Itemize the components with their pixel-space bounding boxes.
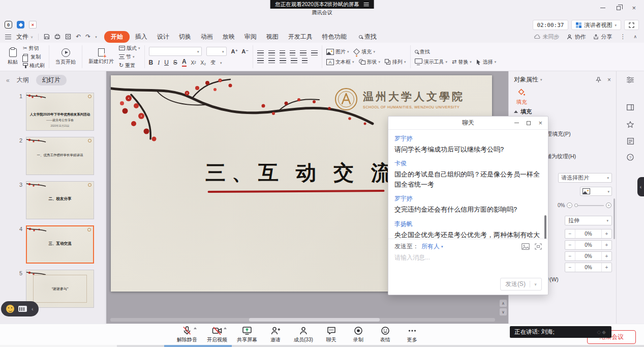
chevron-down-icon[interactable]: ▾ [95, 35, 97, 39]
bold-button[interactable]: B [149, 59, 154, 66]
tab-slideshow[interactable]: 放映 [219, 32, 239, 42]
font-color-button[interactable]: A [182, 59, 187, 66]
indent-increase-icon[interactable] [290, 50, 295, 55]
panel-scrollbar[interactable] [614, 198, 615, 239]
zero-badge-icon[interactable]: 0 [5, 21, 12, 28]
collaborate-button[interactable]: 协作 [567, 33, 586, 41]
blue-app-icon[interactable] [17, 21, 24, 28]
tab-home[interactable]: 开始 [104, 31, 130, 43]
plus-button[interactable]: + [601, 241, 611, 249]
slide-thumbnail-1[interactable]: 人文学院2020年下半年优秀校友系列活动 ——就业考公分享会 2020年11月2… [26, 93, 94, 131]
line-spacing-icon[interactable] [300, 50, 306, 55]
more-button[interactable]: 更多 [404, 326, 421, 343]
sync-status[interactable]: 未同步 [534, 33, 559, 41]
collapse-ribbon-icon[interactable]: ∧ [633, 34, 637, 39]
collapse-panel-button[interactable]: « [6, 77, 10, 84]
shrink-font-button[interactable]: A⁻ [241, 48, 249, 55]
numbering-icon[interactable] [268, 50, 275, 55]
minus-button[interactable]: − [565, 263, 575, 272]
find-menu-button[interactable]: 查找 [359, 33, 377, 41]
subscript-button[interactable]: X₂ [201, 60, 206, 66]
play-from-current-button[interactable]: 当页开始 [53, 47, 78, 67]
previous-slide-button[interactable]: ∧ [500, 300, 507, 307]
grow-font-button[interactable]: A⁺ [231, 48, 238, 55]
horizontal-scrollbar[interactable] [110, 318, 495, 322]
file-menu[interactable]: 文件∨ [16, 33, 33, 41]
chat-maximize-icon[interactable] [527, 121, 531, 125]
sender-name[interactable]: 罗宇婷 [394, 134, 542, 143]
replace-button[interactable]: ⇄替换▾ [452, 58, 472, 66]
transparency-slider[interactable] [574, 205, 604, 206]
picture-button[interactable]: 图片▾ [326, 48, 349, 55]
fill-button[interactable]: 填充▾ [354, 48, 376, 55]
slide-thumbnail-3[interactable]: 二、校友分享 [26, 181, 94, 219]
shapes-button[interactable]: 形状▾ [359, 58, 381, 66]
tab-transition[interactable]: 切换 [175, 32, 195, 42]
tab-review[interactable]: 审阅 [240, 32, 261, 42]
minus-button[interactable]: − [565, 241, 575, 249]
send-options-icon[interactable]: ∨ [534, 282, 537, 286]
notes-icon[interactable] [626, 136, 635, 146]
redo-icon[interactable]: ↷ [85, 33, 90, 40]
chevron-left-icon[interactable]: ‹ [32, 306, 34, 312]
video-options-icon[interactable] [224, 327, 227, 329]
invite-button[interactable]: 邀请 [267, 326, 284, 343]
chat-message-list[interactable]: 罗宇婷 请问学长考编成功后可以继续考公吗? 卡俊 国企的考试是自己组织的吗？还是… [388, 130, 548, 239]
print-icon[interactable] [54, 34, 60, 40]
adjust-sliders-icon[interactable] [626, 75, 635, 84]
tab-slides[interactable]: 幻灯片 [36, 75, 67, 85]
restore-icon[interactable] [617, 6, 621, 10]
share-screen-button[interactable]: 共享屏幕 [237, 326, 257, 343]
members-button[interactable]: 成员(33) [294, 326, 313, 343]
record-button[interactable]: 录制 [350, 326, 367, 343]
minimize-icon[interactable] [600, 8, 605, 9]
chevron-down-icon[interactable]: ▾ [540, 78, 542, 81]
reset-button[interactable]: ↻重置 [119, 62, 140, 69]
section-button[interactable]: 节▾ [119, 53, 140, 61]
taskbar-active-app[interactable] [164, 345, 232, 347]
next-slide-button[interactable]: ∨ [500, 308, 507, 315]
arrange-button[interactable]: 排列▾ [385, 58, 406, 66]
bullets-icon[interactable] [257, 50, 264, 55]
tab-special[interactable]: 特色功能 [318, 32, 351, 42]
start-video-button[interactable]: 开启视频 [207, 326, 227, 343]
tab-outline[interactable]: 大纲 [17, 76, 29, 84]
hamburger-menu-icon[interactable] [5, 35, 11, 39]
chat-input[interactable] [394, 253, 542, 277]
tab-view[interactable]: 视图 [262, 32, 283, 42]
mic-options-icon[interactable] [194, 327, 197, 329]
font-family-select[interactable]: ▾ [149, 47, 202, 56]
cut-button[interactable]: ✂剪切 [23, 44, 45, 52]
align-right-icon[interactable] [280, 58, 286, 63]
paste-button[interactable]: 粘贴 [6, 47, 20, 67]
banner-menu-icon[interactable] [364, 3, 369, 6]
align-center-icon[interactable] [268, 58, 275, 63]
chat-titlebar[interactable]: 聊天 × [388, 117, 548, 130]
plus-button[interactable]: + [601, 252, 611, 261]
fullscreen-button[interactable] [624, 20, 639, 30]
copy-button[interactable]: 复制 [23, 53, 45, 61]
doc-close-icon[interactable]: × [29, 21, 37, 28]
decrease-icon[interactable]: − [567, 203, 572, 208]
presenter-view-dropdown[interactable]: 演讲者视图 ▾ [571, 20, 621, 30]
slide-thumbnail-2[interactable]: 一、优秀工作榜样学长学姐讲话 [26, 137, 94, 175]
underline-button[interactable]: U [164, 59, 169, 66]
reactions-button[interactable]: 表情 [377, 326, 394, 343]
italic-button[interactable]: I [158, 59, 160, 67]
pin-icon[interactable] [596, 77, 601, 83]
close-icon[interactable]: × [632, 5, 636, 11]
pick-image-dropdown[interactable]: 请选择图片▾ [558, 173, 612, 183]
sender-name[interactable]: 罗宇婷 [394, 194, 542, 203]
columns-icon[interactable] [302, 58, 308, 63]
tab-developer[interactable]: 开发工具 [284, 32, 317, 42]
chat-button[interactable]: 聊天 [323, 326, 340, 343]
send-image-icon[interactable] [522, 243, 530, 250]
slide-thumbnail-4[interactable]: 三、互动交流 [26, 225, 94, 264]
undo-icon[interactable]: ↶ [76, 33, 81, 40]
send-to-dropdown[interactable]: 所有人▾ [421, 242, 443, 251]
text-effect-button[interactable]: 变 [210, 59, 216, 66]
sender-name[interactable]: 卡俊 [394, 159, 542, 168]
chat-minimize-icon[interactable] [514, 123, 519, 123]
send-button[interactable]: 发送(S) ∨ [500, 278, 542, 291]
minus-button[interactable]: − [565, 252, 575, 261]
